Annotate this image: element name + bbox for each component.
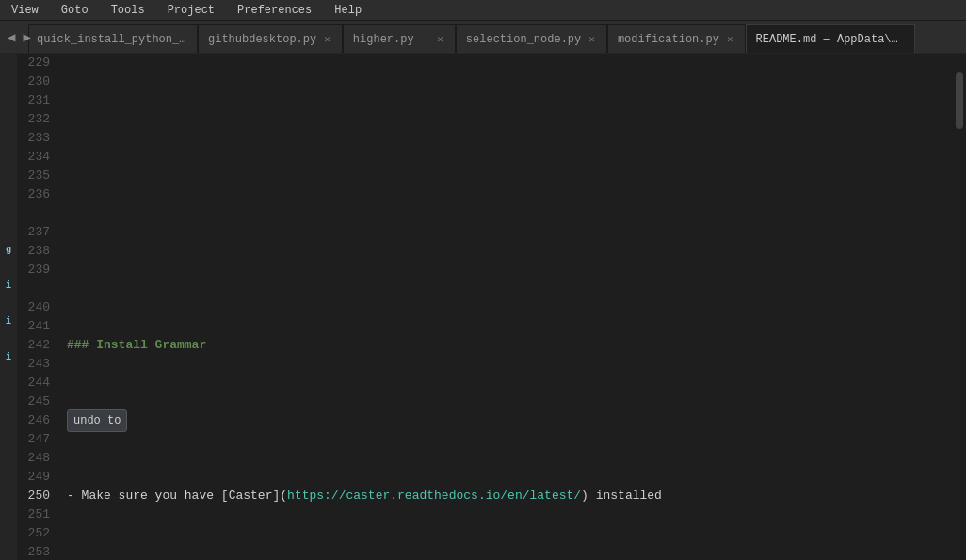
editor[interactable]: 229 230 231 232 233 234 235 236 . 237 23… [17,54,966,560]
menu-help[interactable]: Help [330,2,365,19]
code-line-234: - Make sure you have [Caster](https://ca… [67,487,953,505]
scrollbar-thumb[interactable] [956,72,963,129]
sidebar-letter-i3: i [6,349,11,366]
tab-higher[interactable]: higher.py ✕ [343,24,456,53]
scrollbar-track[interactable] [953,54,966,560]
tab-readme[interactable]: README.md — AppData\...\PythonVoiceC [746,24,915,53]
sidebar-letter-i2: i [6,313,11,330]
tab-modification[interactable]: modification.py ✕ [607,24,746,53]
menu-goto[interactable]: Goto [57,2,92,19]
tab-quick-install[interactable]: quick_install_python_voice_coding_ [28,24,198,53]
tab-close-selection-node[interactable]: ✕ [587,32,597,46]
tab-nav-left[interactable]: ◀ [4,27,19,47]
menu-bar: View Goto Tools Project Preferences Help [0,0,966,21]
tab-close-higher[interactable]: ✕ [435,32,445,46]
code-line-233: undo to [67,411,953,430]
menu-preferences[interactable]: Preferences [233,2,315,19]
tab-bar: ◀ ▶ quick_install_python_voice_coding_ g… [0,21,966,54]
menu-project[interactable]: Project [164,2,218,19]
tab-selection-node[interactable]: selection_node.py ✕ [456,24,607,53]
tab-githubdesktop[interactable]: githubdesktop.py ✕ [198,24,343,53]
editor-container: g i i i 229 230 231 232 233 234 235 236 … [0,54,966,560]
code-line-230 [67,185,953,204]
menu-tools[interactable]: Tools [107,2,149,19]
tab-close-githubdesktop[interactable]: ✕ [322,32,332,46]
code-content[interactable]: ### Install Grammar undo to - Make sure … [59,54,953,560]
menu-view[interactable]: View [8,2,42,19]
tab-nav-right[interactable]: ▶ [19,27,34,47]
tab-close-modification[interactable]: ✕ [725,32,735,46]
sidebar-letter-i1: i [6,278,11,295]
code-line-229 [67,110,953,129]
line-numbers: 229 230 231 232 233 234 235 236 . 237 23… [17,54,59,560]
sidebar-letter-g: g [6,242,11,259]
undo-tooltip: undo to [67,409,127,432]
code-line-232: ### Install Grammar [67,336,953,355]
code-line-231 [67,261,953,280]
